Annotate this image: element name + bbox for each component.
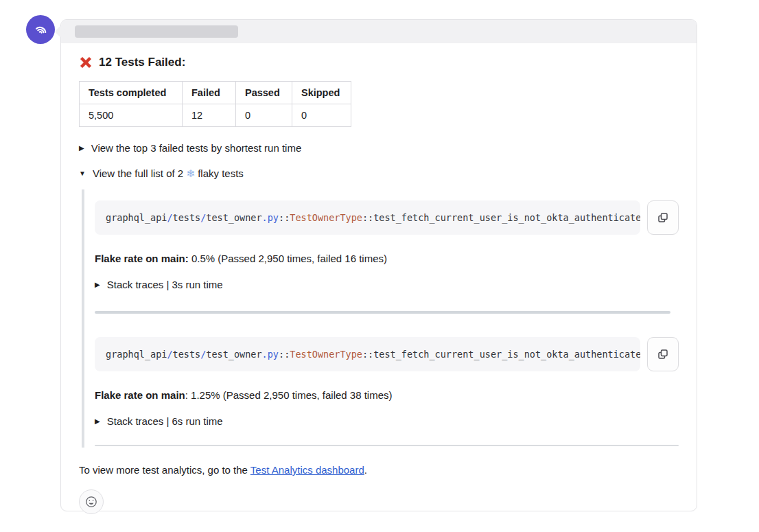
col-tests-completed: Tests completed — [80, 82, 183, 104]
flake-rate-line-2: Flake rate on main: 1.25% (Passed 2,950 … — [95, 389, 679, 401]
code-pkg: graphql_api — [106, 349, 167, 360]
footer-text: To view more test analytics, go to the T… — [79, 464, 679, 476]
code-file: test_owner — [206, 212, 261, 223]
stack-traces-label: Stack traces | 6s run time — [107, 415, 223, 427]
flake-rate-label: Flake rate on main — [95, 389, 185, 401]
col-failed: Failed — [183, 82, 236, 104]
code-file: test_owner — [206, 349, 261, 360]
stack-traces-label: Stack traces | 3s run time — [107, 279, 223, 290]
tests-completed-value: 5,500 — [80, 104, 183, 127]
code-slash: / — [167, 349, 172, 360]
code-fn: test_fetch_current_user_is_not_okta_auth… — [373, 349, 640, 360]
card-body: 12 Tests Failed: Tests completed Failed … — [61, 43, 697, 514]
flaky-test-1-row: graphql_api/tests/test_owner.py::TestOwn… — [95, 200, 679, 235]
code-dir: tests — [173, 349, 201, 360]
copy-icon — [657, 211, 669, 224]
chevron-right-icon: ▶ — [95, 281, 100, 288]
chevron-right-icon: ▶ — [79, 145, 84, 152]
table-row: 5,500 12 0 0 — [80, 104, 351, 127]
flake-rate-line-1: Flake rate on main: 0.5% (Passed 2,950 t… — [95, 253, 679, 264]
redacted-username-bar — [75, 25, 238, 38]
toggle-flaky-tests[interactable]: ▼ View the full list of 2 ❄ flaky tests — [79, 167, 679, 180]
footer-suffix: . — [364, 464, 367, 476]
table-header-row: Tests completed Failed Passed Skipped — [80, 82, 351, 104]
page-title: 12 Tests Failed: — [99, 56, 185, 69]
code-class: TestOwnerType — [290, 349, 362, 360]
col-passed: Passed — [236, 82, 292, 104]
flake-rate-value: 0.5% (Passed 2,950 times, failed 16 time… — [189, 253, 387, 264]
code-fn: test_fetch_current_user_is_not_okta_auth… — [373, 212, 640, 223]
toggle-flaky-suffix: flaky tests — [198, 167, 244, 179]
toggle-flaky-label: View the full list of 2 ❄ flaky tests — [93, 167, 244, 180]
toggle-top-failed-label: View the top 3 failed tests by shortest … — [91, 142, 302, 154]
flaky-tests-section: graphql_api/tests/test_owner.py::TestOwn… — [82, 189, 679, 448]
red-x-icon — [79, 56, 93, 69]
copy-icon — [657, 348, 669, 360]
test-path-code-2: graphql_api/tests/test_owner.py::TestOwn… — [95, 337, 640, 371]
add-reaction-button[interactable] — [79, 489, 104, 514]
stack-traces-toggle-2[interactable]: ▶ Stack traces | 6s run time — [95, 415, 679, 427]
copy-button[interactable] — [647, 337, 679, 371]
copy-button[interactable] — [647, 200, 679, 235]
message-card: 12 Tests Failed: Tests completed Failed … — [60, 19, 697, 511]
test-results-table: Tests completed Failed Passed Skipped 5,… — [79, 81, 351, 127]
chevron-down-icon: ▼ — [79, 170, 86, 177]
snowflake-icon: ❄ — [186, 167, 195, 179]
code-sep: :: — [362, 212, 373, 223]
stack-traces-toggle-1[interactable]: ▶ Stack traces | 3s run time — [95, 279, 679, 290]
code-ext: .py — [262, 212, 279, 223]
col-skipped: Skipped — [292, 82, 351, 104]
avatar[interactable] — [26, 15, 55, 44]
code-dir: tests — [173, 212, 201, 223]
toggle-top-failed-tests[interactable]: ▶ View the top 3 failed tests by shortes… — [79, 142, 679, 154]
code-slash: / — [167, 212, 172, 223]
sentry-logo-icon — [32, 21, 49, 38]
code-class: TestOwnerType — [290, 212, 362, 223]
code-sep: :: — [362, 349, 373, 360]
code-ext: .py — [262, 349, 279, 360]
footer-prefix: To view more test analytics, go to the — [79, 464, 250, 476]
test-path-code-1: graphql_api/tests/test_owner.py::TestOwn… — [95, 200, 640, 235]
code-sep: :: — [279, 212, 290, 223]
flaky-test-2-row: graphql_api/tests/test_owner.py::TestOwn… — [95, 337, 679, 371]
speech-tail — [55, 26, 67, 38]
test-analytics-dashboard-link[interactable]: Test Analytics dashboard — [250, 464, 364, 476]
toggle-flaky-prefix: View the full list of 2 — [93, 167, 183, 179]
flake-rate-label: Flake rate on main: — [95, 253, 189, 264]
page: 12 Tests Failed: Tests completed Failed … — [0, 0, 759, 532]
section-divider — [95, 311, 670, 314]
card-header — [61, 20, 697, 43]
flake-rate-value: : 1.25% (Passed 2,950 times, failed 38 t… — [185, 389, 393, 401]
passed-value: 0 — [236, 104, 292, 127]
code-pkg: graphql_api — [106, 212, 167, 223]
failed-value: 12 — [183, 104, 236, 127]
smiley-icon — [85, 496, 97, 508]
skipped-value: 0 — [292, 104, 351, 127]
title-row: 12 Tests Failed: — [79, 56, 679, 69]
section-end-divider — [95, 445, 679, 446]
code-sep: :: — [279, 349, 290, 360]
chevron-right-icon: ▶ — [95, 418, 100, 425]
